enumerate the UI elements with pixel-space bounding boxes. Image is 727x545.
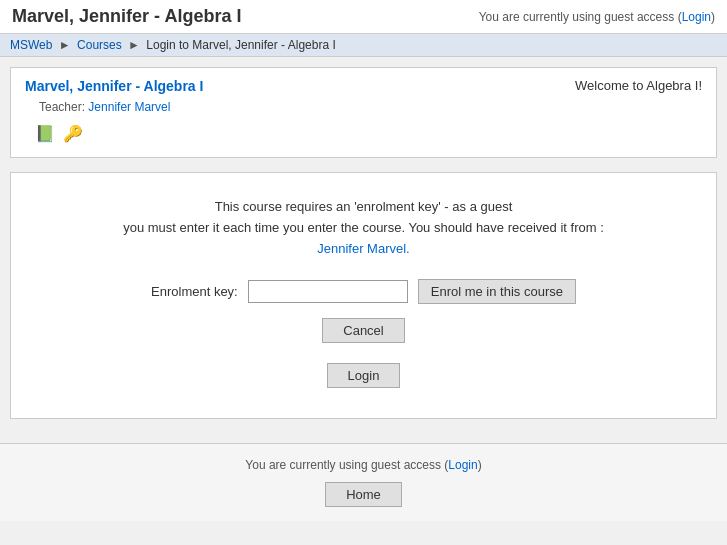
breadcrumb-current: Login to Marvel, Jennifer - Algebra I bbox=[146, 38, 335, 52]
login-button[interactable]: Login bbox=[327, 363, 401, 388]
page-title: Marvel, Jennifer - Algebra I bbox=[12, 6, 241, 27]
welcome-message: Welcome to Algebra I! bbox=[575, 78, 702, 93]
enrol-me-button[interactable]: Enrol me in this course bbox=[418, 279, 576, 304]
footer-text-after: ) bbox=[478, 458, 482, 472]
footer: You are currently using guest access (Lo… bbox=[0, 443, 727, 521]
enrol-desc-line1: This course requires an 'enrolment key' … bbox=[31, 197, 696, 218]
course-info-top: Marvel, Jennifer - Algebra I Welcome to … bbox=[25, 78, 702, 94]
enrol-key-input[interactable] bbox=[248, 280, 408, 303]
breadcrumb-courses[interactable]: Courses bbox=[77, 38, 122, 52]
breadcrumb-sep1: ► bbox=[59, 38, 71, 52]
enrol-description: This course requires an 'enrolment key' … bbox=[31, 197, 696, 259]
breadcrumb: MSWeb ► Courses ► Login to Marvel, Jenni… bbox=[0, 34, 727, 57]
footer-login-link[interactable]: Login bbox=[448, 458, 477, 472]
enrol-desc-line2: you must enter it each time you enter th… bbox=[31, 218, 696, 239]
enrol-box: This course requires an 'enrolment key' … bbox=[10, 172, 717, 419]
header: Marvel, Jennifer - Algebra I You are cur… bbox=[0, 0, 727, 34]
breadcrumb-msweb[interactable]: MSWeb bbox=[10, 38, 52, 52]
footer-text-before: You are currently using guest access ( bbox=[245, 458, 448, 472]
course-icons: 📗 🔑 bbox=[25, 124, 702, 143]
footer-access-text: You are currently using guest access (Lo… bbox=[10, 458, 717, 472]
header-login-link[interactable]: Login bbox=[682, 10, 711, 24]
access-label: You are currently using guest access ( bbox=[479, 10, 682, 24]
breadcrumb-sep2: ► bbox=[128, 38, 140, 52]
header-access-text: You are currently using guest access (Lo… bbox=[479, 10, 715, 24]
course-info-box: Marvel, Jennifer - Algebra I Welcome to … bbox=[10, 67, 717, 158]
enrol-key-label: Enrolment key: bbox=[151, 284, 238, 299]
course-name-link[interactable]: Marvel, Jennifer - Algebra I bbox=[25, 78, 203, 94]
home-button[interactable]: Home bbox=[325, 482, 402, 507]
enrol-form-row: Enrolment key: Enrol me in this course bbox=[31, 279, 696, 304]
main-content: Marvel, Jennifer - Algebra I Welcome to … bbox=[0, 57, 727, 443]
teacher-link[interactable]: Jennifer Marvel bbox=[88, 100, 170, 114]
cancel-button[interactable]: Cancel bbox=[322, 318, 404, 343]
enrol-teacher-link[interactable]: Jennifer Marvel. bbox=[317, 241, 409, 256]
book-icon: 📗 bbox=[35, 124, 55, 143]
teacher-label: Teacher: bbox=[39, 100, 88, 114]
key-icon: 🔑 bbox=[63, 124, 83, 143]
teacher-line: Teacher: Jennifer Marvel bbox=[25, 100, 702, 114]
